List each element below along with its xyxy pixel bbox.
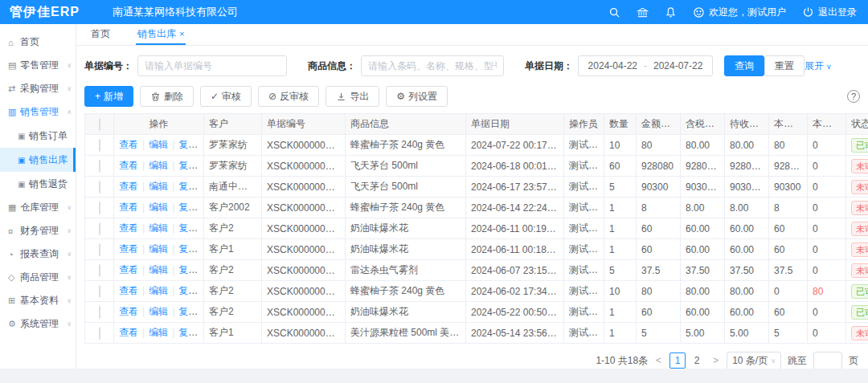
row-checkbox[interactable]	[99, 160, 100, 173]
delete-link[interactable]: 删除	[198, 139, 203, 150]
operator-cell: 测试用户	[564, 198, 604, 218]
column-settings-button[interactable]: ⚙列设置	[386, 86, 448, 107]
jump-label: 跳至	[788, 354, 807, 368]
edit-link[interactable]: 编辑	[138, 306, 168, 317]
topbar-right: 欢迎您，测试用户 退出登录	[608, 6, 868, 19]
bell-icon[interactable]	[665, 6, 677, 18]
copy-link[interactable]: 复制	[168, 139, 198, 150]
search-icon[interactable]	[608, 6, 620, 18]
unaudit-button[interactable]: ⊘反审核	[258, 86, 319, 107]
page-button-1[interactable]: 1	[669, 352, 686, 369]
sidebar-item-retail[interactable]: ▤零售管理∨	[0, 54, 76, 77]
delete-link[interactable]: 删除	[198, 243, 203, 255]
view-link[interactable]: 查看	[119, 139, 138, 150]
row-checkbox[interactable]	[99, 181, 100, 194]
delete-link[interactable]: 删除	[198, 160, 203, 171]
edit-link[interactable]: 编辑	[138, 243, 168, 255]
delete-link[interactable]: 删除	[198, 327, 203, 338]
bank-icon[interactable]	[637, 6, 649, 18]
sidebar-item-sales-outbound[interactable]: ▣销售出库	[0, 148, 76, 172]
page-size-select[interactable]: 10 条/页	[727, 352, 781, 369]
bill-no-input[interactable]	[137, 55, 287, 76]
copy-link[interactable]: 复制	[168, 327, 198, 338]
system-icon: ⚙	[8, 319, 20, 329]
row-checkbox[interactable]	[99, 202, 100, 214]
user-menu[interactable]: 欢迎您，测试用户	[693, 6, 786, 19]
row-checkbox[interactable]	[99, 264, 100, 277]
view-link[interactable]: 查看	[119, 181, 138, 192]
row-checkbox[interactable]	[99, 285, 100, 298]
delete-button[interactable]: 删除	[140, 86, 194, 107]
row-checkbox[interactable]	[99, 306, 100, 319]
sidebar-item-basedata[interactable]: ⊞基本资料∨	[0, 289, 76, 312]
view-link[interactable]: 查看	[119, 306, 138, 317]
sidebar-item-sales-return[interactable]: ▣销售退货	[0, 172, 76, 196]
edit-link[interactable]: 编辑	[138, 160, 168, 171]
copy-link[interactable]: 复制	[168, 285, 198, 296]
select-all-checkbox[interactable]	[99, 118, 100, 131]
sidebar-item-report[interactable]: ◔报表查询∨	[0, 242, 76, 266]
edit-link[interactable]: 编辑	[138, 327, 168, 338]
date-range-input[interactable]: 2024-04-22 - 2024-07-22	[578, 55, 713, 76]
sidebar-item-warehouse[interactable]: ▦仓库管理∨	[0, 196, 76, 219]
edit-link[interactable]: 编辑	[138, 202, 168, 213]
edit-link[interactable]: 编辑	[138, 139, 168, 150]
expand-link[interactable]: 展开	[805, 59, 832, 73]
customer-cell: 罗莱家纺	[204, 156, 262, 177]
row-checkbox[interactable]	[99, 222, 100, 235]
copy-link[interactable]: 复制	[168, 160, 198, 171]
delete-link[interactable]: 删除	[198, 306, 203, 317]
copy-link[interactable]: 复制	[168, 222, 198, 234]
product-info-input[interactable]	[361, 55, 504, 76]
export-button[interactable]: 导出	[326, 86, 379, 107]
delete-link[interactable]: 删除	[198, 285, 203, 296]
copy-link[interactable]: 复制	[168, 243, 198, 255]
delete-link[interactable]: 删除	[198, 264, 203, 275]
view-link[interactable]: 查看	[119, 264, 138, 275]
jump-page-input[interactable]	[813, 352, 842, 369]
view-link[interactable]: 查看	[119, 243, 138, 255]
edit-link[interactable]: 编辑	[138, 181, 168, 192]
sidebar-item-finance[interactable]: ¤财务管理∨	[0, 219, 76, 242]
received-cell: 80	[769, 135, 808, 156]
edit-link[interactable]: 编辑	[138, 285, 168, 296]
sidebar-item-home[interactable]: ⌂首页	[0, 31, 76, 54]
tab-sales-outbound[interactable]: 销售出库×	[136, 24, 186, 45]
page-button-2[interactable]: 2	[689, 352, 705, 369]
next-page-icon[interactable]: >	[711, 355, 720, 366]
copy-link[interactable]: 复制	[168, 306, 198, 317]
view-link[interactable]: 查看	[119, 327, 138, 338]
prev-page-icon[interactable]: <	[654, 355, 663, 366]
delete-link[interactable]: 删除	[198, 181, 203, 192]
pagination: 1-10 共18条 < 12 > 10 条/页 跳至 页	[76, 344, 868, 369]
row-checkbox[interactable]	[99, 243, 100, 256]
sidebar-item-system[interactable]: ⚙系统管理∨	[0, 312, 76, 336]
close-icon[interactable]: ×	[179, 29, 184, 39]
row-checkbox[interactable]	[99, 327, 100, 340]
column-header-product: 商品信息	[346, 114, 466, 135]
sidebar-item-sales[interactable]: ▥销售管理∧	[0, 100, 76, 124]
view-link[interactable]: 查看	[119, 160, 138, 171]
copy-link[interactable]: 复制	[168, 202, 198, 213]
sidebar-item-purchase[interactable]: ⇄采购管理∨	[0, 77, 76, 100]
help-icon[interactable]: ?	[847, 90, 860, 103]
view-link[interactable]: 查看	[119, 222, 138, 234]
reset-button[interactable]: 重置	[764, 55, 805, 76]
view-link[interactable]: 查看	[119, 285, 138, 296]
copy-link[interactable]: 复制	[168, 264, 198, 275]
add-button[interactable]: +新增	[84, 86, 133, 107]
edit-link[interactable]: 编辑	[138, 222, 168, 234]
sidebar-item-sales-order[interactable]: ▣销售订单	[0, 124, 76, 148]
tab-home[interactable]: 首页	[89, 24, 112, 45]
audit-button[interactable]: ✓审核	[200, 86, 252, 107]
checkbox-cell	[85, 156, 114, 177]
view-link[interactable]: 查看	[119, 202, 138, 213]
sidebar-item-goods[interactable]: ◇商品管理∨	[0, 266, 76, 289]
search-button[interactable]: 查询	[724, 55, 764, 76]
edit-link[interactable]: 编辑	[138, 264, 168, 275]
delete-link[interactable]: 删除	[198, 202, 203, 213]
delete-link[interactable]: 删除	[198, 222, 203, 234]
row-checkbox[interactable]	[99, 139, 100, 152]
copy-link[interactable]: 复制	[168, 181, 198, 192]
logout-button[interactable]: 退出登录	[802, 6, 857, 19]
